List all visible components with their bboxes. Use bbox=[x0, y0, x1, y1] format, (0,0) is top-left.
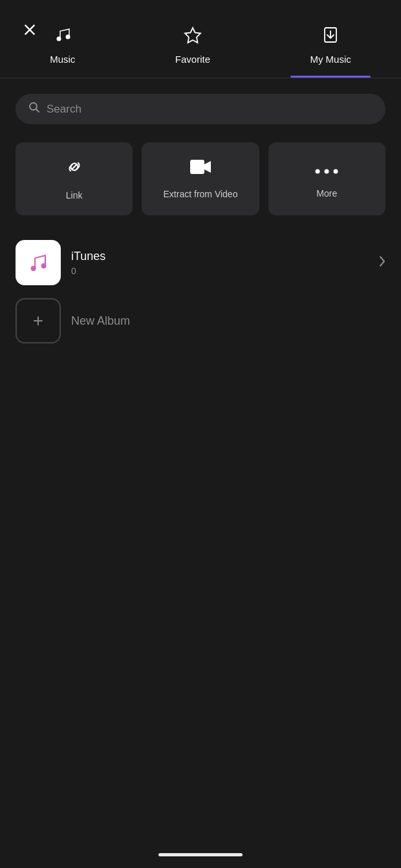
close-button[interactable] bbox=[18, 18, 41, 41]
tab-music-label: Music bbox=[50, 54, 75, 65]
search-icon bbox=[28, 102, 40, 116]
extract-video-label: Extract from Video bbox=[164, 188, 238, 200]
new-album-item[interactable]: + New Album bbox=[16, 292, 385, 350]
chevron-right-icon bbox=[379, 255, 385, 270]
tab-my-music-label: My Music bbox=[310, 54, 351, 65]
video-icon bbox=[190, 158, 211, 180]
new-album-icon: + bbox=[16, 298, 61, 343]
search-container bbox=[0, 78, 401, 129]
link-label: Link bbox=[66, 190, 83, 201]
link-card[interactable]: Link bbox=[16, 142, 133, 215]
active-tab-indicator bbox=[290, 76, 370, 78]
svg-point-10 bbox=[325, 169, 329, 173]
tab-my-music[interactable]: My Music bbox=[290, 21, 370, 70]
link-icon bbox=[64, 157, 85, 182]
svg-rect-8 bbox=[190, 160, 204, 174]
svg-line-7 bbox=[36, 109, 39, 113]
svg-point-12 bbox=[31, 266, 36, 271]
svg-point-3 bbox=[65, 35, 70, 39]
search-input[interactable] bbox=[47, 103, 373, 116]
itunes-count: 0 bbox=[71, 266, 369, 276]
svg-point-13 bbox=[41, 263, 47, 268]
svg-point-2 bbox=[56, 37, 61, 41]
svg-marker-4 bbox=[185, 28, 200, 43]
tab-bar: Music Favorite My Music bbox=[0, 8, 401, 70]
svg-point-9 bbox=[316, 169, 320, 173]
itunes-text: iTunes 0 bbox=[71, 250, 369, 276]
action-cards: Link Extract from Video More bbox=[0, 129, 401, 228]
itunes-title: iTunes bbox=[71, 250, 369, 263]
tab-favorite[interactable]: Favorite bbox=[156, 21, 230, 70]
itunes-list-item[interactable]: iTunes 0 bbox=[16, 233, 385, 292]
more-icon bbox=[315, 159, 338, 180]
favorite-tab-icon bbox=[184, 26, 202, 49]
home-indicator bbox=[158, 853, 243, 856]
more-card[interactable]: More bbox=[268, 142, 385, 215]
tab-favorite-label: Favorite bbox=[175, 54, 210, 65]
more-label: More bbox=[316, 188, 337, 199]
music-tab-icon bbox=[54, 26, 72, 49]
list-section: iTunes 0 + New Album bbox=[0, 228, 401, 355]
plus-icon: + bbox=[33, 310, 43, 331]
extract-video-card[interactable]: Extract from Video bbox=[142, 142, 259, 215]
search-bar[interactable] bbox=[16, 94, 385, 124]
itunes-icon bbox=[16, 240, 61, 285]
my-music-tab-icon bbox=[321, 26, 340, 49]
new-album-label: New Album bbox=[71, 314, 130, 328]
svg-point-11 bbox=[334, 169, 338, 173]
